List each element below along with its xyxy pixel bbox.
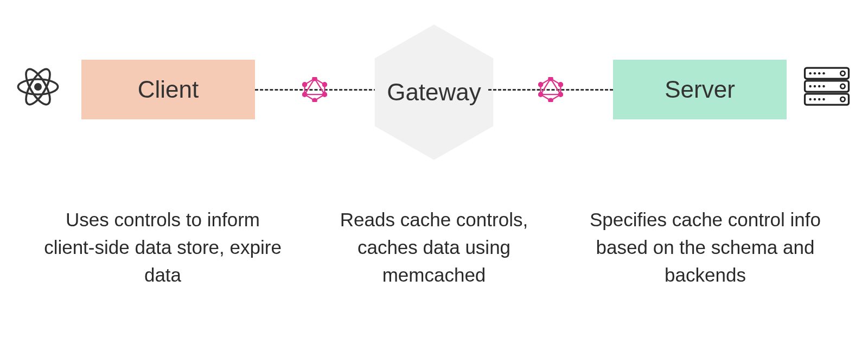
- graphql-icon: [302, 77, 327, 102]
- gateway-node: Gateway: [363, 22, 505, 163]
- graphql-icon: [538, 77, 563, 102]
- svg-point-33: [814, 98, 816, 100]
- svg-point-18: [548, 99, 552, 102]
- client-label: Client: [138, 76, 199, 103]
- svg-point-35: [822, 98, 825, 100]
- svg-point-11: [303, 82, 307, 86]
- svg-point-29: [814, 85, 816, 87]
- react-icon: [16, 65, 60, 109]
- server-label: Server: [665, 76, 735, 103]
- gateway-description: Reads cache controls, caches data using …: [309, 206, 559, 289]
- svg-point-20: [539, 82, 542, 86]
- svg-point-34: [818, 98, 820, 100]
- svg-point-19: [539, 93, 542, 97]
- server-node: Server: [613, 60, 787, 119]
- svg-point-17: [559, 93, 563, 97]
- svg-point-32: [809, 98, 811, 100]
- gateway-label: Gateway: [387, 79, 481, 106]
- svg-point-38: [840, 97, 845, 101]
- svg-point-25: [814, 72, 816, 74]
- svg-point-7: [323, 82, 327, 86]
- architecture-row: Client Gateway: [0, 0, 868, 174]
- svg-point-28: [809, 85, 811, 87]
- svg-point-30: [818, 85, 820, 87]
- svg-point-31: [822, 85, 825, 87]
- svg-point-37: [840, 84, 845, 88]
- svg-point-15: [548, 77, 552, 80]
- svg-point-27: [822, 72, 825, 74]
- svg-point-0: [34, 83, 42, 91]
- svg-point-36: [840, 71, 845, 75]
- svg-point-6: [312, 77, 316, 80]
- server-description: Specifies cache control info based on th…: [580, 206, 830, 289]
- descriptions-row: Uses controls to inform client-side data…: [0, 206, 868, 289]
- client-description: Uses controls to inform client-side data…: [38, 206, 288, 289]
- svg-point-24: [809, 72, 811, 74]
- svg-point-8: [323, 93, 327, 97]
- svg-point-9: [312, 99, 316, 102]
- server-stack-icon: [802, 62, 852, 112]
- svg-point-10: [303, 93, 307, 97]
- svg-point-26: [818, 72, 820, 74]
- svg-point-16: [559, 82, 563, 86]
- client-node: Client: [81, 60, 255, 119]
